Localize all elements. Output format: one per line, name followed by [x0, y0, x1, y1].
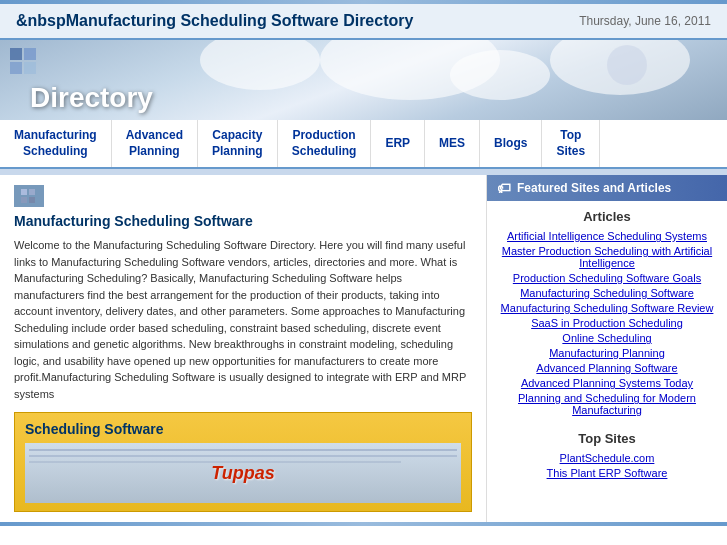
svg-rect-1	[21, 197, 27, 203]
bottom-strip	[0, 522, 727, 526]
right-sidebar: 🏷 Featured Sites and Articles Articles A…	[487, 175, 727, 522]
svg-rect-0	[21, 189, 27, 195]
articles-section: Articles Artificial Intelligence Schedul…	[487, 201, 727, 427]
article-link-7[interactable]: Manufacturing Planning	[495, 347, 719, 359]
nav-mes[interactable]: MES	[425, 120, 480, 167]
top-sites-section: Top Sites PlantSchedule.com This Plant E…	[487, 427, 727, 490]
main-heading: Manufacturing Scheduling Software	[14, 213, 472, 229]
article-link-2[interactable]: Production Scheduling Software Goals	[495, 272, 719, 284]
nav-manufacturing-scheduling[interactable]: Manufacturing Scheduling	[0, 120, 112, 167]
main-content: Manufacturing Scheduling Software Welcom…	[0, 175, 727, 522]
tuppas-brand: Tuppas	[211, 463, 275, 484]
banner: Directory	[0, 40, 727, 120]
section-header	[14, 185, 472, 207]
svg-rect-2	[29, 189, 35, 195]
scheduling-software-box: Scheduling Software Tuppas	[14, 412, 472, 512]
navigation-bar: Manufacturing Scheduling Advanced Planni…	[0, 120, 727, 169]
left-content-area: Manufacturing Scheduling Software Welcom…	[0, 175, 487, 522]
article-link-3[interactable]: Manufacturing Scheduling Software	[495, 287, 719, 299]
articles-heading: Articles	[495, 209, 719, 224]
article-link-5[interactable]: SaaS in Production Scheduling	[495, 317, 719, 329]
nav-erp[interactable]: ERP	[371, 120, 425, 167]
featured-icon: 🏷	[497, 180, 511, 196]
svg-rect-3	[29, 197, 35, 203]
article-link-0[interactable]: Artificial Intelligence Scheduling Syste…	[495, 230, 719, 242]
site-link-1[interactable]: This Plant ERP Software	[495, 467, 719, 479]
site-title: &nbspManufacturing Scheduling Software D…	[16, 12, 413, 30]
top-sites-heading: Top Sites	[495, 431, 719, 446]
nav-top-sites[interactable]: Top Sites	[542, 120, 600, 167]
article-link-10[interactable]: Planning and Scheduling for Modern Manuf…	[495, 392, 719, 416]
page-header: &nbspManufacturing Scheduling Software D…	[0, 4, 727, 40]
article-link-9[interactable]: Advanced Planning Systems Today	[495, 377, 719, 389]
section-icon	[14, 185, 44, 207]
article-link-1[interactable]: Master Production Scheduling with Artifi…	[495, 245, 719, 269]
scheduling-image: Tuppas	[25, 443, 461, 503]
main-body-text: Welcome to the Manufacturing Scheduling …	[14, 237, 472, 402]
scheduling-box-heading: Scheduling Software	[25, 421, 461, 437]
banner-directory-text: Directory	[30, 82, 153, 114]
site-link-0[interactable]: PlantSchedule.com	[495, 452, 719, 464]
featured-sites-header: 🏷 Featured Sites and Articles	[487, 175, 727, 201]
article-link-8[interactable]: Advanced Planning Software	[495, 362, 719, 374]
article-link-4[interactable]: Manufacturing Scheduling Software Review	[495, 302, 719, 314]
nav-advanced-planning[interactable]: Advanced Planning	[112, 120, 198, 167]
featured-header-text: Featured Sites and Articles	[517, 181, 671, 195]
nav-capacity-planning[interactable]: Capacity Planning	[198, 120, 278, 167]
header-date: Thursday, June 16, 2011	[579, 14, 711, 28]
article-link-6[interactable]: Online Scheduling	[495, 332, 719, 344]
nav-blogs[interactable]: Blogs	[480, 120, 542, 167]
nav-production-scheduling[interactable]: Production Scheduling	[278, 120, 372, 167]
